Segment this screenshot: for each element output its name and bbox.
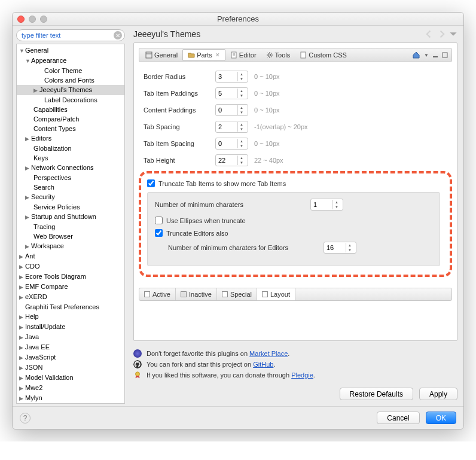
hint: -1(overlap) ~ 20px	[254, 123, 308, 130]
zoom-icon[interactable]	[40, 16, 47, 23]
page-title: Jeeeyul's Themes	[133, 29, 200, 39]
clear-filter-icon[interactable]: ✕	[114, 31, 122, 39]
menu-dropdown-icon[interactable]	[449, 30, 457, 38]
btab-inactive[interactable]: Inactive	[176, 288, 217, 300]
content-paddings-input[interactable]: ▲▼	[215, 104, 248, 116]
svg-point-10	[136, 372, 140, 376]
tree-item[interactable]: Web Browser	[33, 233, 73, 240]
tree-item[interactable]: Install/Update	[25, 323, 65, 330]
tree-item[interactable]: Graphiti Test Preferences	[25, 303, 99, 310]
tree-item[interactable]: General	[25, 47, 48, 54]
github-link[interactable]: GitHub	[253, 361, 273, 368]
tree-item[interactable]: Mylyn	[25, 394, 42, 401]
tree-item[interactable]: Content Types	[33, 125, 76, 132]
main-panel: Jeeeyul's Themes General Parts	[127, 26, 463, 406]
close-tab-icon[interactable]: ✕	[215, 52, 220, 58]
tab-editor[interactable]: Editor	[225, 49, 261, 61]
apply-button[interactable]: Apply	[419, 388, 457, 400]
ok-button[interactable]: OK	[426, 412, 456, 424]
tree-item[interactable]: Startup and Shutdown	[31, 213, 96, 220]
tree-item[interactable]: Network Connections	[31, 164, 94, 171]
tree-item[interactable]: Globalization	[33, 145, 72, 152]
hint: 0 ~ 10px	[254, 90, 280, 97]
tab-parts[interactable]: Parts ✕	[182, 49, 225, 61]
square-icon	[222, 291, 228, 297]
truncate-editors-checkbox[interactable]	[155, 229, 163, 237]
tree-item[interactable]: Capabilities	[33, 106, 68, 113]
tree-item[interactable]: Appearance	[31, 57, 66, 64]
tree-item[interactable]: JavaScript	[25, 354, 56, 361]
tree-item[interactable]: eXERD	[25, 293, 47, 300]
tree-item[interactable]: CDO	[25, 263, 39, 270]
marketplace-link[interactable]: Market Place	[249, 350, 288, 357]
tab-item-paddings-input[interactable]: ▲▼	[215, 87, 248, 99]
tab-tools[interactable]: Tools	[261, 49, 295, 61]
use-ellipses-checkbox[interactable]	[155, 217, 163, 224]
tree-item[interactable]: Search	[33, 184, 54, 191]
min-chars-editors-input[interactable]: ▲▼	[324, 242, 356, 254]
tree-item[interactable]: Label Decorations	[44, 96, 97, 103]
bottom-tabs: Active Inactive Special Layout	[139, 288, 452, 301]
tree-item[interactable]: Keys	[33, 154, 48, 162]
tab-height-input[interactable]: ▲▼	[215, 154, 248, 166]
tree-item[interactable]: Workspace	[31, 242, 64, 249]
svg-rect-0	[146, 52, 152, 58]
pledgie-link[interactable]: Pledgie	[291, 371, 313, 379]
window-icon	[145, 51, 152, 59]
tree-item[interactable]: Colors and Fonts	[44, 77, 94, 84]
tab-item-spacing-input[interactable]: ▲▼	[215, 138, 248, 150]
minimize-icon[interactable]	[432, 52, 438, 58]
cancel-button[interactable]: Cancel	[377, 412, 419, 424]
hint: 0 ~ 10px	[254, 73, 280, 80]
svg-rect-8	[443, 53, 447, 57]
sidebar: ✕ ▼General ▼Appearance Color Theme Color…	[13, 26, 127, 406]
tab-height-label: Tab Height	[144, 157, 215, 164]
btab-layout[interactable]: Layout	[257, 288, 295, 300]
tab-spacing-input[interactable]: ▲▼	[215, 121, 248, 133]
tree-item[interactable]: Help	[25, 313, 39, 320]
tab-custom-css[interactable]: Custom CSS	[295, 49, 352, 61]
tree-item[interactable]: JSON	[25, 364, 42, 371]
chevron-down-icon[interactable]: ▼	[424, 53, 429, 58]
tab-spacing-label: Tab Spacing	[144, 123, 215, 130]
tab-item-paddings-label: Tab Item Paddings	[144, 90, 215, 97]
truncate-tab-items-checkbox[interactable]	[147, 179, 155, 187]
tree-item[interactable]: Java	[25, 333, 39, 340]
btab-active[interactable]: Active	[139, 288, 176, 300]
truncate-tab-items-label: Truncate Tab Items to show more Tab Item…	[158, 180, 286, 187]
traffic-lights	[17, 16, 47, 23]
restore-defaults-button[interactable]: Restore Defaults	[340, 388, 413, 400]
btab-special[interactable]: Special	[217, 288, 257, 300]
min-chars-input[interactable]: ▲▼	[310, 199, 343, 211]
content-paddings-label: Content Paddings	[144, 106, 215, 114]
tree-item[interactable]: EMF Compare	[25, 283, 68, 290]
tree-item[interactable]: Java EE	[25, 343, 50, 351]
tree-item[interactable]: Color Theme	[44, 67, 82, 74]
minimize-icon[interactable]	[29, 16, 36, 23]
tree-item[interactable]: Ecore Tools Diagram	[25, 273, 86, 280]
back-icon[interactable]	[425, 30, 434, 38]
filter-input[interactable]	[16, 29, 125, 41]
tree-item[interactable]: Mwe2	[25, 384, 42, 391]
home-icon[interactable]	[412, 51, 420, 59]
tree-item[interactable]: Ant	[25, 252, 35, 260]
preferences-tree[interactable]: ▼General ▼Appearance Color Theme Colors …	[16, 44, 125, 404]
hint: 0 ~ 10px	[254, 140, 280, 147]
tab-general[interactable]: General	[141, 49, 182, 61]
svg-rect-6	[301, 52, 306, 58]
tree-item[interactable]: Security	[31, 193, 55, 200]
border-radius-input[interactable]: ▲▼	[215, 71, 248, 83]
tree-item[interactable]: Perspectives	[33, 174, 71, 181]
help-icon[interactable]: ?	[20, 413, 30, 424]
tree-item[interactable]: Model Validation	[25, 374, 74, 381]
tree-item[interactable]: Tracing	[33, 223, 55, 230]
titlebar: Preferences	[13, 13, 463, 26]
tips: Don't forget favorite this plugins on Ma…	[133, 349, 457, 382]
close-icon[interactable]	[17, 16, 25, 23]
tree-item-selected[interactable]: Jeeeyul's Themes	[39, 86, 92, 93]
forward-icon[interactable]	[437, 30, 446, 38]
tree-item[interactable]: Editors	[31, 135, 51, 142]
tree-item[interactable]: Compare/Patch	[33, 115, 79, 123]
maximize-icon[interactable]	[442, 52, 448, 58]
tree-item[interactable]: Service Policies	[33, 203, 80, 211]
